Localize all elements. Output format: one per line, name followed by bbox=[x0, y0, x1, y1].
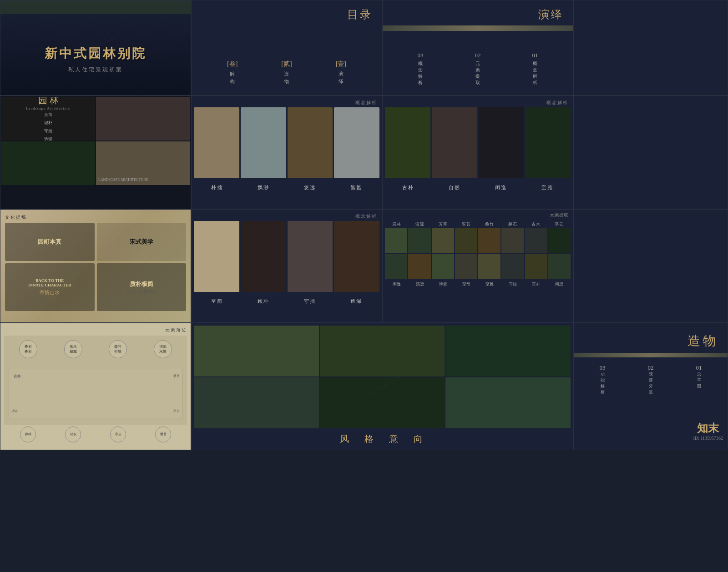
c4-label-1: 至简 bbox=[211, 298, 223, 305]
c3-label-1: 古朴 bbox=[402, 184, 414, 191]
c2-label-4: 氤氲 bbox=[350, 184, 362, 191]
zhimo-id: ID: 1135957362 bbox=[693, 436, 723, 441]
ls-char-3: 意 bbox=[389, 433, 400, 445]
elem-cell-16 bbox=[548, 254, 571, 279]
pnode-label-6: 功农 bbox=[70, 432, 76, 437]
elem-cell-1 bbox=[385, 228, 407, 253]
c2-label-1: 朴拙 bbox=[211, 184, 223, 191]
elem-cell-5 bbox=[478, 228, 500, 253]
pnode-3: 森竹竹墙 bbox=[109, 340, 127, 358]
culture-card-text-4: 质朴极简 bbox=[126, 280, 156, 288]
elb-7: 至朴 bbox=[532, 281, 540, 287]
toc-title: 目录 bbox=[347, 7, 373, 22]
concept2-img-fog bbox=[334, 107, 379, 178]
elem-cell-12 bbox=[455, 254, 477, 279]
zhimo-logo: 知末 ID: 1135957362 bbox=[693, 421, 723, 441]
concept1-img-2 bbox=[96, 97, 190, 140]
elem-cell-14 bbox=[501, 254, 524, 279]
landscape-images bbox=[192, 323, 573, 431]
ls-img-2 bbox=[320, 326, 445, 376]
toc-item-3: [叁] 解构 bbox=[227, 60, 238, 86]
elem-cell-2 bbox=[408, 228, 430, 253]
elb-5: 至雅 bbox=[485, 281, 494, 287]
elb-3: 诗意 bbox=[439, 281, 447, 287]
deco-slide-1 bbox=[573, 0, 728, 95]
less-is-more: LESS IS MORE bbox=[126, 290, 156, 294]
toc-label-3: 解构 bbox=[227, 70, 238, 86]
main-title: 新中式园林别院 bbox=[45, 45, 147, 62]
c3-label-3: 闲逸 bbox=[495, 184, 507, 191]
pnode-label-3: 森竹竹墙 bbox=[114, 344, 121, 354]
pnode-1: 叠石叠石 bbox=[19, 340, 37, 358]
concept3-labels: 古朴 自然 闲逸 至雅 bbox=[383, 181, 573, 195]
toc-item-2: [贰] 造物 bbox=[281, 60, 292, 86]
ls-img-4 bbox=[194, 377, 319, 428]
concept2-img-sunset bbox=[288, 107, 333, 178]
elem-header-2: 清流 bbox=[415, 221, 425, 227]
concept1-img-1: 园 林 Landscape Architecture 至简城朴守拙透漏 bbox=[1, 97, 95, 140]
toc-item-1: [壹] 演绎 bbox=[336, 60, 346, 86]
zaowu-label-2: 院落分区 bbox=[649, 372, 653, 394]
title-slide: 新中式园林别院 私人住宅景观初案 www.znzmo.com bbox=[0, 0, 191, 95]
position-map: 叠石叠石 朱木藏藏 森竹竹墙 清流水聚 森林 功农 亭云 磐苔 bbox=[4, 336, 187, 425]
concept3-img-2 bbox=[432, 107, 477, 178]
empty-2-4 bbox=[573, 95, 728, 209]
zaowu-item-2: 02 院落分区 bbox=[648, 364, 654, 395]
garden-cn: 园 林 bbox=[26, 97, 71, 106]
concept4-img-1 bbox=[194, 221, 239, 292]
zaowu-num-2: 02 bbox=[648, 364, 654, 371]
pnode-7: 亭云 bbox=[110, 426, 126, 442]
c4-label-4: 透漏 bbox=[350, 298, 362, 305]
concept1-slide: 概念解析 园 林 Landscape Architecture 至简城朴守拙透漏… bbox=[0, 95, 191, 209]
elem-header-8: 亭云 bbox=[555, 221, 564, 227]
toc-items: [叁] 解构 [贰] 造物 [壹] 演绎 bbox=[205, 60, 368, 86]
elem-cell-9 bbox=[385, 254, 407, 279]
zaowu-items: 03 功能解析 02 院落分区 01 总平图 bbox=[578, 364, 723, 395]
zaowu-item-3: 03 功能解析 bbox=[600, 364, 606, 395]
zaowu-num-3: 03 bbox=[600, 364, 606, 371]
concept2-label: 概念解析 bbox=[355, 100, 377, 106]
yanyi-label-1: 概念解析 bbox=[533, 61, 537, 85]
elements-labels-bottom: 闲逸 清远 诗意 至简 至雅 守拙 至朴 闲思 bbox=[383, 279, 573, 290]
yanyi-label-2: 元素提取 bbox=[475, 61, 480, 85]
concept4-img-4 bbox=[334, 221, 379, 292]
concept1-images: 园 林 Landscape Architecture 至简城朴守拙透漏 LAND… bbox=[0, 96, 191, 186]
elem-cell-4 bbox=[455, 228, 477, 253]
toc-slide: 目录 [叁] 解构 [贰] 造物 [壹] 演绎 bbox=[191, 0, 382, 95]
yanyi-label-3: 概念解析 bbox=[418, 61, 423, 85]
toc-num-1: [壹] bbox=[336, 60, 346, 68]
concept2-img-sand bbox=[194, 107, 239, 178]
ls-char-2: 格 bbox=[364, 433, 375, 445]
elem-header-1: 层林 bbox=[392, 221, 401, 227]
elb-8: 闲思 bbox=[555, 281, 563, 287]
culture-card-text-2: 宋式美学 bbox=[130, 238, 153, 246]
elem-header-3: 芳草 bbox=[439, 221, 448, 227]
empty-3-4 bbox=[573, 209, 728, 323]
landscape-title: 风 格 意 向 bbox=[192, 431, 573, 447]
pnode-label-4: 清流水聚 bbox=[159, 344, 167, 354]
concept4-img-2 bbox=[241, 221, 286, 292]
concept1-img-4: LANDSCAPE ARCHITECTURE bbox=[96, 141, 190, 185]
subtitle: 私人住宅景观初案 bbox=[68, 66, 123, 74]
concept4-labels: 至简 顾朴 守拙 透漏 bbox=[192, 294, 382, 308]
garden-items: 至简城朴守拙透漏 bbox=[26, 110, 71, 140]
elem-cell-10 bbox=[408, 254, 430, 279]
ls-img-3 bbox=[445, 326, 571, 376]
yanyi-slide: 演绎 03 概念解析 02 元素提取 01 概念解析 bbox=[382, 0, 573, 95]
ls-img-5 bbox=[320, 377, 445, 428]
back-to-text: BACK TO THEINNATE CHARACTER bbox=[28, 278, 71, 287]
pnode-2: 朱木藏藏 bbox=[64, 340, 82, 358]
concept3-img-4 bbox=[525, 107, 571, 178]
culture-content: 园町本真 宋式美学 BACK TO THEINNATE CHARACTER 寄情… bbox=[5, 223, 186, 311]
landscape-slide: 风 格 意 向 www.znzmo.com bbox=[191, 323, 573, 450]
zaowu-title: 造物 bbox=[688, 332, 718, 350]
concept4-slide: 概念解析 至简 顾朴 守拙 透漏 bbox=[191, 209, 382, 323]
yanyi-item-3: 03 概念解析 bbox=[418, 52, 424, 86]
elem-header-5: 桑竹 bbox=[485, 221, 494, 227]
position-nodes: 叠石叠石 朱木藏藏 森竹竹墙 清流水聚 bbox=[6, 340, 185, 358]
c2-label-3: 悠远 bbox=[304, 184, 316, 191]
ls-char-1: 风 bbox=[340, 433, 351, 445]
elem-cell-11 bbox=[432, 254, 454, 279]
elem-header-6: 磐石 bbox=[508, 221, 517, 227]
concept3-img-3 bbox=[479, 107, 524, 178]
